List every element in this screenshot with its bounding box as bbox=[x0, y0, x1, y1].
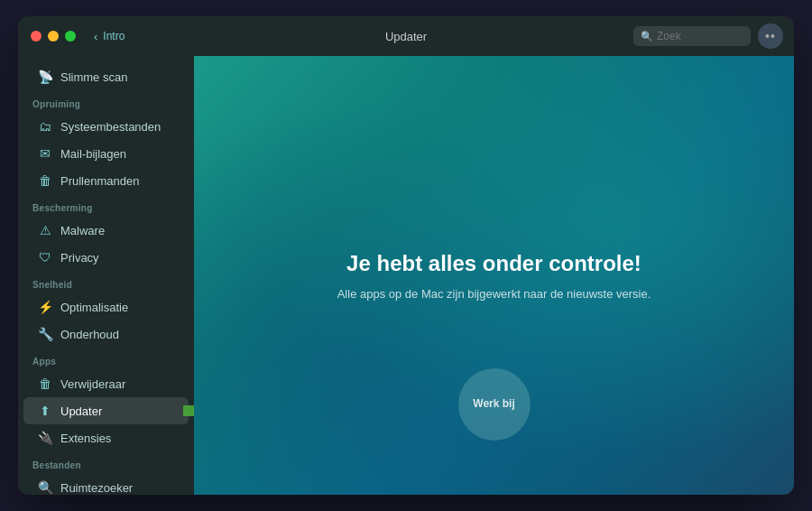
sidebar-item-label: Systeembestanden bbox=[60, 120, 161, 134]
space-icon: 🔍 bbox=[38, 480, 52, 495]
trash-icon: 🗑 bbox=[38, 173, 52, 188]
content-main: Je hebt alles onder controle! Alle apps … bbox=[337, 251, 651, 301]
section-label-apps: Apps bbox=[18, 348, 194, 370]
content-area: Je hebt alles onder controle! Alle apps … bbox=[194, 56, 794, 495]
sidebar-item-mail-bijlagen[interactable]: ✉ Mail-bijlagen bbox=[23, 140, 189, 167]
sidebar-item-prullenmanden[interactable]: 🗑 Prullenmanden bbox=[23, 167, 189, 194]
sidebar-item-malware[interactable]: ⚠ Malware bbox=[23, 217, 189, 244]
sidebar-item-label: Mail-bijlagen bbox=[60, 147, 126, 161]
svg-marker-0 bbox=[183, 402, 194, 420]
chevron-left-icon: ‹ bbox=[94, 30, 97, 43]
sidebar-item-label: Prullenmanden bbox=[60, 174, 139, 188]
sidebar-item-optimalisatie[interactable]: ⚡ Optimalisatie bbox=[23, 293, 189, 321]
titlebar-right: 🔍 •• bbox=[633, 23, 794, 49]
sidebar-item-label: Ruimtezoeker bbox=[60, 481, 133, 495]
sidebar-item-privacy[interactable]: 🛡 Privacy bbox=[23, 244, 189, 271]
section-label-snelheid: Snelheid bbox=[18, 271, 194, 293]
titlebar: ‹ Intro Updater 🔍 •• bbox=[18, 16, 794, 56]
sidebar-item-ruimtezoeker[interactable]: 🔍 Ruimtezoeker bbox=[23, 474, 189, 495]
section-label-opruiming: Opruiming bbox=[18, 90, 194, 113]
sidebar-item-label: Extensies bbox=[60, 432, 111, 445]
sidebar-item-systeembestanden[interactable]: 🗂 Systeembestanden bbox=[23, 113, 189, 140]
sidebar-item-slimme-scan[interactable]: 📡 Slimme scan bbox=[23, 63, 189, 90]
sidebar-item-label: Slimme scan bbox=[60, 70, 127, 84]
close-button[interactable] bbox=[31, 31, 42, 42]
content-heading: Je hebt alles onder controle! bbox=[337, 251, 651, 276]
uninstall-icon: 🗑 bbox=[38, 376, 52, 391]
sidebar-item-label: Privacy bbox=[60, 251, 99, 265]
search-input[interactable] bbox=[633, 26, 751, 46]
sidebar-item-label: Verwijderaar bbox=[60, 377, 125, 391]
arrow-indicator bbox=[183, 402, 194, 420]
main-content: 📡 Slimme scan Opruiming 🗂 Systeembestand… bbox=[18, 56, 794, 495]
mail-icon: ✉ bbox=[38, 146, 52, 161]
sidebar-item-verwijderaar[interactable]: 🗑 Verwijderaar bbox=[23, 370, 189, 397]
app-window: ‹ Intro Updater 🔍 •• 📡 Slimme scan Oprui… bbox=[18, 16, 794, 495]
back-label: Intro bbox=[103, 30, 125, 42]
sidebar-item-label: Optimalisatie bbox=[60, 301, 128, 314]
maintenance-icon: 🔧 bbox=[38, 327, 52, 341]
malware-icon: ⚠ bbox=[38, 223, 52, 237]
section-label-bestanden: Bestanden bbox=[18, 451, 194, 474]
more-icon: •• bbox=[765, 29, 776, 43]
window-title: Updater bbox=[385, 30, 427, 43]
section-label-bescherming: Bescherming bbox=[18, 194, 194, 217]
sidebar-item-updater[interactable]: ⬆ Updater bbox=[23, 397, 189, 424]
updater-icon: ⬆ bbox=[38, 404, 52, 418]
scan-icon: 📡 bbox=[38, 70, 52, 84]
nav-back[interactable]: ‹ Intro bbox=[76, 30, 125, 43]
extensions-icon: 🔌 bbox=[38, 431, 52, 445]
sidebar-item-label: Onderhoud bbox=[60, 328, 119, 341]
werk-bij-button[interactable]: Werk bij bbox=[458, 368, 531, 441]
maximize-button[interactable] bbox=[65, 31, 76, 42]
minimize-button[interactable] bbox=[48, 31, 59, 42]
sidebar-item-onderhoud[interactable]: 🔧 Onderhoud bbox=[23, 321, 189, 348]
sidebar-item-extensies[interactable]: 🔌 Extensies bbox=[23, 424, 189, 451]
sidebar-item-label: Malware bbox=[60, 224, 105, 237]
systeembestanden-icon: 🗂 bbox=[38, 119, 52, 134]
avatar-button[interactable]: •• bbox=[758, 23, 783, 49]
sidebar: 📡 Slimme scan Opruiming 🗂 Systeembestand… bbox=[18, 56, 194, 495]
content-subheading: Alle apps op de Mac zijn bijgewerkt naar… bbox=[337, 287, 651, 301]
traffic-lights bbox=[18, 31, 76, 42]
optimize-icon: ⚡ bbox=[38, 300, 52, 314]
search-wrapper: 🔍 bbox=[633, 26, 751, 46]
sidebar-item-label: Updater bbox=[60, 404, 102, 418]
privacy-icon: 🛡 bbox=[38, 250, 52, 265]
